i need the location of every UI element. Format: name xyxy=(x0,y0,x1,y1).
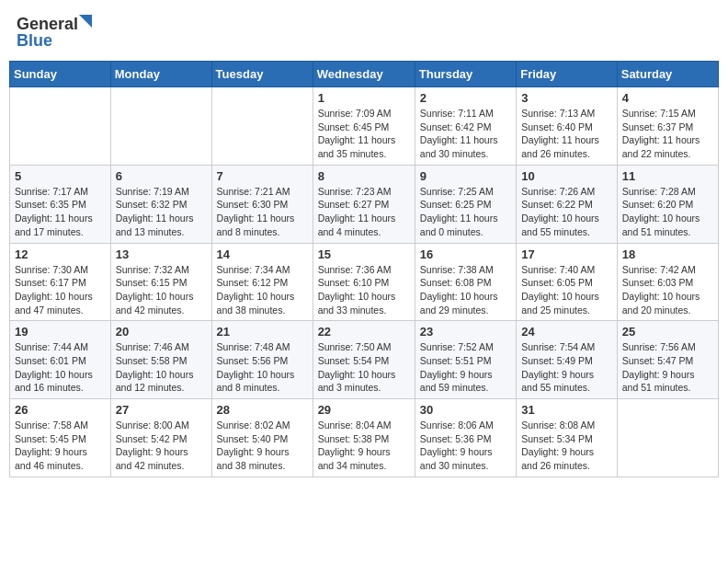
day-info: Sunrise: 7:56 AM Sunset: 5:47 PM Dayligh… xyxy=(622,340,713,395)
day-number: 8 xyxy=(318,169,410,183)
day-number: 14 xyxy=(217,247,308,261)
day-info: Sunrise: 7:19 AM Sunset: 6:32 PM Dayligh… xyxy=(116,185,207,239)
calendar-cell: 4Sunrise: 7:15 AM Sunset: 6:37 PM Daylig… xyxy=(617,87,718,166)
calendar-cell: 5Sunrise: 7:17 AM Sunset: 6:35 PM Daylig… xyxy=(10,165,111,243)
calendar-cell: 14Sunrise: 7:34 AM Sunset: 6:12 PM Dayli… xyxy=(211,243,313,321)
weekday-header-row: SundayMondayTuesdayWednesdayThursdayFrid… xyxy=(10,62,719,87)
day-number: 20 xyxy=(116,325,207,339)
day-info: Sunrise: 7:13 AM Sunset: 6:40 PM Dayligh… xyxy=(521,107,612,161)
day-info: Sunrise: 7:58 AM Sunset: 5:45 PM Dayligh… xyxy=(15,419,106,473)
calendar-cell: 10Sunrise: 7:26 AM Sunset: 6:22 PM Dayli… xyxy=(517,165,618,243)
weekday-header: Monday xyxy=(110,62,211,87)
day-info: Sunrise: 8:00 AM Sunset: 5:42 PM Dayligh… xyxy=(116,419,207,473)
day-number: 23 xyxy=(420,325,511,339)
day-number: 6 xyxy=(116,169,207,183)
day-info: Sunrise: 7:11 AM Sunset: 6:42 PM Dayligh… xyxy=(420,107,511,161)
day-info: Sunrise: 7:09 AM Sunset: 6:45 PM Dayligh… xyxy=(318,107,410,161)
day-info: Sunrise: 7:25 AM Sunset: 6:25 PM Dayligh… xyxy=(420,185,511,239)
svg-text:General: General xyxy=(17,15,78,33)
day-number: 16 xyxy=(420,247,511,261)
day-number: 26 xyxy=(15,403,106,417)
calendar-cell: 27Sunrise: 8:00 AM Sunset: 5:42 PM Dayli… xyxy=(110,399,211,477)
calendar-cell: 17Sunrise: 7:40 AM Sunset: 6:05 PM Dayli… xyxy=(517,243,618,321)
day-number: 9 xyxy=(420,169,511,183)
day-info: Sunrise: 7:38 AM Sunset: 6:08 PM Dayligh… xyxy=(420,263,511,317)
calendar-cell: 16Sunrise: 7:38 AM Sunset: 6:08 PM Dayli… xyxy=(415,243,516,321)
day-info: Sunrise: 7:23 AM Sunset: 6:27 PM Dayligh… xyxy=(318,185,410,239)
calendar-cell: 31Sunrise: 8:08 AM Sunset: 5:34 PM Dayli… xyxy=(517,399,618,477)
calendar-cell: 12Sunrise: 7:30 AM Sunset: 6:17 PM Dayli… xyxy=(10,243,111,321)
day-info: Sunrise: 7:40 AM Sunset: 6:05 PM Dayligh… xyxy=(521,263,612,317)
day-info: Sunrise: 8:08 AM Sunset: 5:34 PM Dayligh… xyxy=(521,419,612,473)
weekday-header: Sunday xyxy=(10,62,111,87)
calendar-cell: 23Sunrise: 7:52 AM Sunset: 5:51 PM Dayli… xyxy=(415,321,516,399)
calendar-cell xyxy=(617,399,718,477)
logo-svg: GeneralBlue xyxy=(17,13,99,50)
calendar-cell: 20Sunrise: 7:46 AM Sunset: 5:58 PM Dayli… xyxy=(110,321,211,399)
calendar-table: SundayMondayTuesdayWednesdayThursdayFrid… xyxy=(9,61,719,477)
day-number: 30 xyxy=(420,403,511,417)
calendar-cell: 28Sunrise: 8:02 AM Sunset: 5:40 PM Dayli… xyxy=(211,399,313,477)
calendar-week-row: 26Sunrise: 7:58 AM Sunset: 5:45 PM Dayli… xyxy=(10,399,719,477)
calendar-week-row: 12Sunrise: 7:30 AM Sunset: 6:17 PM Dayli… xyxy=(10,243,719,321)
day-info: Sunrise: 7:52 AM Sunset: 5:51 PM Dayligh… xyxy=(420,340,511,395)
day-info: Sunrise: 8:06 AM Sunset: 5:36 PM Dayligh… xyxy=(420,419,511,473)
day-info: Sunrise: 7:30 AM Sunset: 6:17 PM Dayligh… xyxy=(15,263,106,317)
weekday-header: Thursday xyxy=(415,62,516,87)
calendar-cell xyxy=(211,87,313,166)
calendar-cell: 6Sunrise: 7:19 AM Sunset: 6:32 PM Daylig… xyxy=(110,165,211,243)
calendar-cell: 29Sunrise: 8:04 AM Sunset: 5:38 PM Dayli… xyxy=(313,399,415,477)
day-info: Sunrise: 7:54 AM Sunset: 5:49 PM Dayligh… xyxy=(521,340,612,395)
calendar-cell: 30Sunrise: 8:06 AM Sunset: 5:36 PM Dayli… xyxy=(415,399,516,477)
calendar-cell: 24Sunrise: 7:54 AM Sunset: 5:49 PM Dayli… xyxy=(517,321,618,399)
day-number: 17 xyxy=(521,247,612,261)
day-number: 24 xyxy=(521,325,612,339)
page-header: GeneralBlue xyxy=(9,9,719,53)
day-number: 5 xyxy=(15,169,106,183)
day-info: Sunrise: 7:21 AM Sunset: 6:30 PM Dayligh… xyxy=(217,185,308,239)
day-info: Sunrise: 7:50 AM Sunset: 5:54 PM Dayligh… xyxy=(318,340,410,395)
day-number: 28 xyxy=(217,403,308,417)
weekday-header: Friday xyxy=(517,62,618,87)
day-info: Sunrise: 8:04 AM Sunset: 5:38 PM Dayligh… xyxy=(318,419,410,473)
calendar-week-row: 19Sunrise: 7:44 AM Sunset: 6:01 PM Dayli… xyxy=(10,321,719,399)
day-info: Sunrise: 7:15 AM Sunset: 6:37 PM Dayligh… xyxy=(622,107,713,161)
day-number: 7 xyxy=(217,169,308,183)
calendar-week-row: 1Sunrise: 7:09 AM Sunset: 6:45 PM Daylig… xyxy=(10,87,719,166)
day-number: 18 xyxy=(622,247,713,261)
calendar-cell: 22Sunrise: 7:50 AM Sunset: 5:54 PM Dayli… xyxy=(313,321,415,399)
day-info: Sunrise: 7:36 AM Sunset: 6:10 PM Dayligh… xyxy=(318,263,410,317)
calendar-cell xyxy=(10,87,111,166)
day-info: Sunrise: 7:26 AM Sunset: 6:22 PM Dayligh… xyxy=(521,185,612,239)
calendar-cell: 13Sunrise: 7:32 AM Sunset: 6:15 PM Dayli… xyxy=(110,243,211,321)
calendar-cell: 7Sunrise: 7:21 AM Sunset: 6:30 PM Daylig… xyxy=(211,165,313,243)
calendar-cell: 15Sunrise: 7:36 AM Sunset: 6:10 PM Dayli… xyxy=(313,243,415,321)
svg-marker-1 xyxy=(79,15,92,28)
calendar-cell xyxy=(110,87,211,166)
day-number: 11 xyxy=(622,169,713,183)
day-info: Sunrise: 7:34 AM Sunset: 6:12 PM Dayligh… xyxy=(217,263,308,317)
day-info: Sunrise: 7:46 AM Sunset: 5:58 PM Dayligh… xyxy=(116,340,207,395)
logo: GeneralBlue xyxy=(17,13,99,50)
day-number: 13 xyxy=(116,247,207,261)
calendar-cell: 9Sunrise: 7:25 AM Sunset: 6:25 PM Daylig… xyxy=(415,165,516,243)
svg-text:Blue: Blue xyxy=(17,31,52,50)
calendar-week-row: 5Sunrise: 7:17 AM Sunset: 6:35 PM Daylig… xyxy=(10,165,719,243)
day-number: 1 xyxy=(318,91,410,105)
calendar-cell: 3Sunrise: 7:13 AM Sunset: 6:40 PM Daylig… xyxy=(517,87,618,166)
calendar-cell: 8Sunrise: 7:23 AM Sunset: 6:27 PM Daylig… xyxy=(313,165,415,243)
day-number: 31 xyxy=(521,403,612,417)
day-info: Sunrise: 7:17 AM Sunset: 6:35 PM Dayligh… xyxy=(15,185,106,239)
day-number: 3 xyxy=(521,91,612,105)
calendar-cell: 19Sunrise: 7:44 AM Sunset: 6:01 PM Dayli… xyxy=(10,321,111,399)
calendar-cell: 11Sunrise: 7:28 AM Sunset: 6:20 PM Dayli… xyxy=(617,165,718,243)
day-number: 22 xyxy=(318,325,410,339)
day-number: 12 xyxy=(15,247,106,261)
day-number: 29 xyxy=(318,403,410,417)
calendar-cell: 18Sunrise: 7:42 AM Sunset: 6:03 PM Dayli… xyxy=(617,243,718,321)
day-number: 4 xyxy=(622,91,713,105)
day-number: 10 xyxy=(521,169,612,183)
weekday-header: Wednesday xyxy=(313,62,415,87)
calendar-cell: 1Sunrise: 7:09 AM Sunset: 6:45 PM Daylig… xyxy=(313,87,415,166)
calendar-cell: 21Sunrise: 7:48 AM Sunset: 5:56 PM Dayli… xyxy=(211,321,313,399)
